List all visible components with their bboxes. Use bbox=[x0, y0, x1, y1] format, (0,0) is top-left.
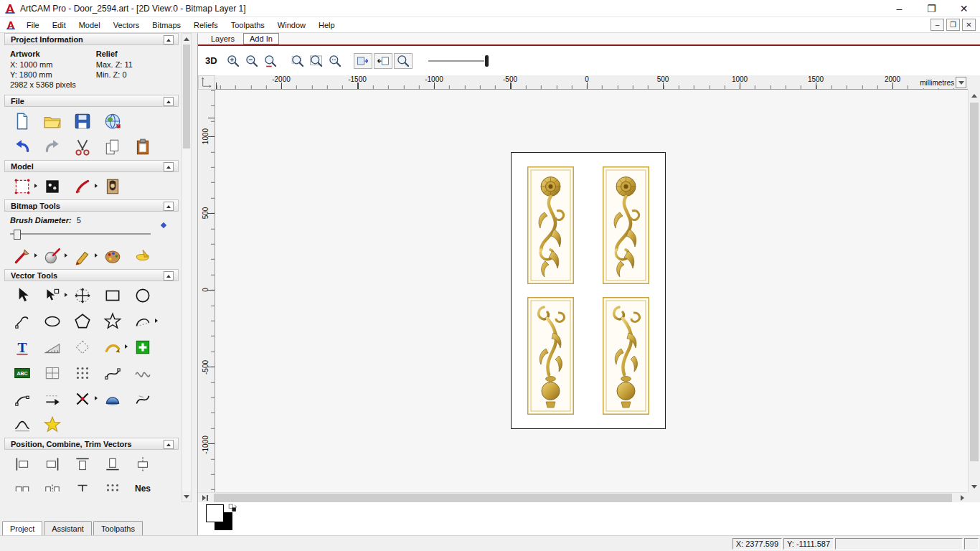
scroll-up-button[interactable] bbox=[182, 34, 191, 44]
tab-assistant[interactable]: Assistant bbox=[44, 521, 92, 535]
menu-item-reliefs[interactable]: Reliefs bbox=[187, 19, 225, 32]
2d-view-canvas[interactable] bbox=[215, 90, 968, 492]
slice-vectors-icon[interactable] bbox=[7, 412, 37, 438]
zoom-out-icon[interactable] bbox=[243, 52, 260, 70]
nest-tool[interactable]: Nes bbox=[128, 477, 158, 491]
mdi-restore-button[interactable]: ❐ bbox=[946, 19, 960, 31]
section-header-bitmap-tools[interactable]: Bitmap Tools bbox=[4, 199, 179, 212]
tab-toolpaths[interactable]: Toolpaths bbox=[93, 521, 143, 535]
mdi-minimize-button[interactable]: – bbox=[930, 19, 944, 31]
trim-vectors-icon[interactable] bbox=[67, 386, 98, 412]
maximize-button[interactable]: ❐ bbox=[915, 0, 948, 17]
undo-icon[interactable] bbox=[7, 134, 37, 160]
paint-selective-icon[interactable] bbox=[37, 243, 67, 269]
collapse-toggle[interactable] bbox=[164, 97, 174, 106]
slider-track[interactable] bbox=[428, 60, 484, 62]
transform-vectors-icon[interactable] bbox=[67, 283, 98, 309]
greyscale-from-image-icon[interactable] bbox=[98, 174, 128, 199]
select-vectors-icon[interactable] bbox=[7, 283, 37, 309]
menu-item-bitmaps[interactable]: Bitmaps bbox=[146, 19, 187, 32]
menu-item-file[interactable]: File bbox=[20, 19, 46, 32]
wrap-text-icon[interactable] bbox=[7, 360, 37, 386]
section-header-model[interactable]: Model bbox=[4, 160, 179, 172]
toggle-bitmap-visibility-button[interactable] bbox=[354, 53, 372, 69]
slider-handle[interactable] bbox=[14, 230, 21, 240]
copy-icon[interactable] bbox=[98, 134, 128, 160]
collapse-toggle[interactable] bbox=[164, 271, 174, 281]
offset-vectors-icon[interactable] bbox=[67, 334, 98, 360]
scrollbar-thumb[interactable] bbox=[970, 103, 979, 461]
zoom-previous-icon[interactable] bbox=[262, 52, 279, 70]
set-model-size-icon[interactable] bbox=[7, 174, 37, 199]
preview-zoom-button[interactable] bbox=[394, 53, 413, 69]
section-header-project-information[interactable]: Project Information bbox=[4, 33, 179, 45]
cut-icon[interactable] bbox=[67, 134, 98, 160]
create-arc-icon[interactable] bbox=[128, 309, 158, 334]
nesting-icon[interactable] bbox=[98, 360, 128, 386]
spin-vectors-icon[interactable] bbox=[98, 386, 128, 412]
save-model-icon[interactable] bbox=[67, 108, 98, 134]
align-centre-icon[interactable] bbox=[128, 451, 158, 477]
align-left-icon[interactable] bbox=[7, 451, 37, 477]
collapse-toggle[interactable] bbox=[164, 35, 174, 44]
zoom-extents-icon[interactable] bbox=[308, 52, 325, 70]
slider-handle[interactable] bbox=[485, 55, 489, 67]
create-polygon-icon[interactable] bbox=[67, 309, 98, 334]
create-text-icon[interactable] bbox=[7, 334, 37, 360]
3d-view-button[interactable]: 3D bbox=[205, 55, 217, 66]
menu-item-window[interactable]: Window bbox=[271, 19, 312, 32]
create-star-icon[interactable] bbox=[98, 309, 128, 334]
zoom-in-icon[interactable] bbox=[225, 52, 242, 70]
section-header-file[interactable]: File bbox=[4, 95, 179, 107]
fillet-icon[interactable] bbox=[7, 386, 37, 412]
scrollbar-thumb[interactable] bbox=[214, 494, 952, 502]
brush-diameter-slider[interactable] bbox=[10, 227, 182, 240]
swap-colours-icon[interactable] bbox=[228, 504, 237, 513]
align-to-datum-icon[interactable] bbox=[67, 477, 98, 491]
export-model-icon[interactable] bbox=[98, 108, 128, 134]
space-horizontally-icon[interactable] bbox=[7, 477, 37, 491]
draw-pencil-icon[interactable] bbox=[67, 243, 98, 269]
new-model-icon[interactable] bbox=[7, 108, 37, 134]
tab-project[interactable]: Project bbox=[2, 521, 42, 535]
open-model-icon[interactable] bbox=[37, 108, 67, 134]
scroll-up-button[interactable] bbox=[969, 90, 980, 101]
fit-curve-icon[interactable] bbox=[128, 386, 158, 412]
menu-item-help[interactable]: Help bbox=[312, 19, 341, 32]
zoom-objects-icon[interactable] bbox=[326, 52, 344, 70]
mdi-close-button[interactable]: ✕ bbox=[962, 19, 976, 31]
paste-array-icon[interactable] bbox=[67, 360, 98, 386]
zoom-window-icon[interactable] bbox=[289, 52, 306, 70]
create-ellipse-icon[interactable] bbox=[37, 309, 67, 334]
slider-track[interactable] bbox=[10, 233, 151, 235]
align-top-icon[interactable] bbox=[67, 451, 98, 477]
scrollbar-thumb[interactable] bbox=[183, 44, 190, 149]
scroll-right-button[interactable] bbox=[956, 493, 968, 503]
adjust-lighting-icon[interactable] bbox=[37, 174, 67, 199]
primary-colour-swatch[interactable] bbox=[206, 504, 224, 522]
align-right-icon[interactable] bbox=[37, 451, 67, 477]
horizontal-scrollbar[interactable] bbox=[198, 492, 968, 502]
array-copy-small-icon[interactable] bbox=[98, 477, 128, 491]
collapse-toggle[interactable] bbox=[164, 440, 174, 449]
tab-addin[interactable]: Add In bbox=[243, 33, 279, 44]
scroll-down-button[interactable] bbox=[182, 491, 191, 501]
menu-item-vectors[interactable]: Vectors bbox=[107, 19, 146, 32]
collapse-toggle[interactable] bbox=[164, 162, 174, 171]
paint-brush-icon[interactable] bbox=[7, 243, 37, 269]
space-evenly-icon[interactable] bbox=[37, 477, 67, 491]
tab-layers[interactable]: Layers bbox=[205, 34, 240, 44]
menu-item-toolpaths[interactable]: Toolpaths bbox=[225, 19, 271, 32]
redo-icon[interactable] bbox=[37, 134, 67, 160]
create-rectangle-icon[interactable] bbox=[98, 283, 128, 309]
section-header-vector-tools[interactable]: Vector Tools bbox=[4, 269, 179, 281]
scroll-flyout-button[interactable] bbox=[198, 493, 212, 503]
collapse-toggle[interactable] bbox=[164, 202, 174, 211]
create-circle-icon[interactable] bbox=[128, 283, 158, 309]
section-header-position-combine-trim[interactable]: Position, Combine, Trim Vectors bbox=[4, 438, 179, 450]
free-distortion-icon[interactable] bbox=[128, 360, 158, 386]
paste-along-curve-icon[interactable] bbox=[98, 334, 128, 360]
create-star-burst-icon[interactable] bbox=[37, 412, 67, 438]
paste-icon[interactable] bbox=[128, 134, 158, 160]
minimize-button[interactable]: – bbox=[883, 0, 915, 17]
